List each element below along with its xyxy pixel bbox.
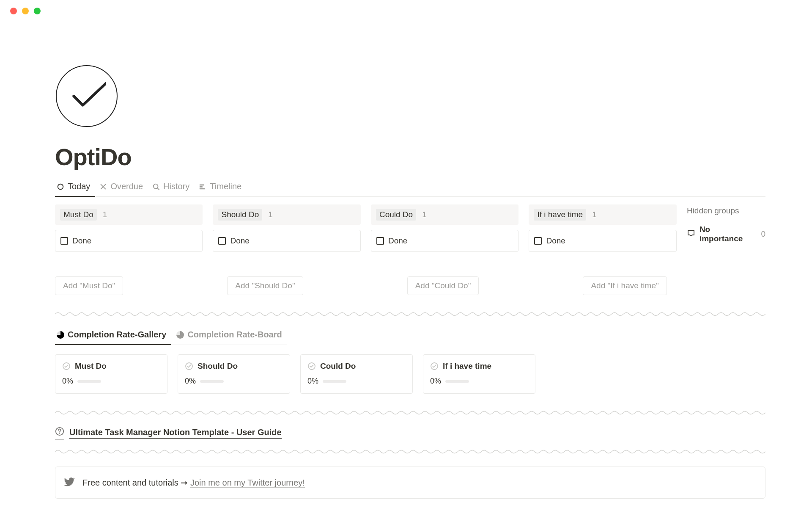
task-title: Done bbox=[546, 236, 565, 246]
task-title: Done bbox=[388, 236, 407, 246]
column-tag: If i have time bbox=[534, 209, 586, 221]
tab-overdue[interactable]: Overdue bbox=[98, 178, 148, 196]
gallery-card[interactable]: If i have time 0% bbox=[423, 354, 535, 394]
column-header[interactable]: Could Do 1 bbox=[371, 204, 518, 225]
svg-rect-4 bbox=[200, 188, 205, 189]
hidden-group-count: 0 bbox=[761, 229, 765, 239]
column-if-i-have-time: If i have time 1 Done bbox=[529, 204, 676, 252]
tab-label: Today bbox=[68, 182, 90, 191]
pie-chart-icon bbox=[176, 331, 184, 339]
task-card[interactable]: Done bbox=[213, 230, 360, 252]
minimize-window-icon[interactable] bbox=[22, 8, 29, 14]
maximize-window-icon[interactable] bbox=[34, 8, 41, 14]
add-must-do-button[interactable]: Add "Must Do" bbox=[55, 276, 123, 295]
tab-completion-board[interactable]: Completion Rate-Board bbox=[175, 328, 287, 345]
task-card[interactable]: Done bbox=[529, 230, 676, 252]
completion-gallery: Must Do 0% Should Do 0% bbox=[55, 354, 765, 394]
twitter-icon bbox=[64, 476, 75, 489]
task-card[interactable]: Done bbox=[55, 230, 203, 252]
progress-bar bbox=[323, 380, 346, 383]
column-count: 1 bbox=[422, 210, 427, 219]
hidden-groups-title: Hidden groups bbox=[687, 206, 765, 215]
page-title: OptiDo bbox=[55, 143, 765, 171]
check-circle-icon bbox=[430, 362, 439, 370]
user-guide-link[interactable]: Ultimate Task Manager Notion Template - … bbox=[55, 427, 765, 439]
checkbox-icon[interactable] bbox=[60, 237, 68, 245]
timeline-icon bbox=[199, 183, 206, 190]
progress-percent: 0% bbox=[62, 377, 73, 386]
progress-bar bbox=[445, 380, 469, 383]
help-icon bbox=[55, 427, 64, 439]
hidden-group-item[interactable]: No importance 0 bbox=[687, 225, 765, 243]
gallery-card[interactable]: Should Do 0% bbox=[178, 354, 290, 394]
checkbox-icon[interactable] bbox=[534, 237, 542, 245]
progress-bar bbox=[200, 380, 224, 383]
twitter-text: Free content and tutorials ➞ Join me on … bbox=[82, 478, 305, 488]
completion-views: Completion Rate-Gallery Completion Rate-… bbox=[55, 328, 287, 345]
gallery-card[interactable]: Must Do 0% bbox=[55, 354, 167, 394]
svg-rect-3 bbox=[200, 186, 203, 188]
column-could-do: Could Do 1 Done bbox=[371, 204, 518, 252]
progress-percent: 0% bbox=[430, 377, 441, 386]
wavy-divider bbox=[55, 410, 765, 416]
column-should-do: Should Do 1 Done bbox=[213, 204, 360, 252]
svg-point-10 bbox=[59, 433, 60, 434]
hidden-group-label: No importance bbox=[700, 225, 754, 243]
check-circle-icon bbox=[185, 362, 193, 370]
page-logo bbox=[56, 65, 118, 127]
board: Must Do 1 Done Should Do 1 Done Could Do… bbox=[55, 204, 765, 252]
column-must-do: Must Do 1 Done bbox=[55, 204, 203, 252]
wavy-divider bbox=[55, 449, 765, 455]
checkbox-icon[interactable] bbox=[218, 237, 226, 245]
progress-percent: 0% bbox=[307, 377, 318, 386]
tab-label: Completion Rate-Gallery bbox=[68, 330, 166, 340]
column-count: 1 bbox=[592, 210, 597, 219]
svg-point-1 bbox=[154, 184, 158, 188]
search-icon bbox=[152, 183, 160, 190]
tab-today[interactable]: Today bbox=[55, 178, 95, 196]
x-icon bbox=[99, 183, 107, 190]
twitter-card[interactable]: Free content and tutorials ➞ Join me on … bbox=[55, 467, 765, 499]
add-buttons-row: Add "Must Do" Add "Should Do" Add "Could… bbox=[55, 276, 765, 295]
gallery-card-title: If i have time bbox=[443, 362, 491, 371]
circle-icon bbox=[57, 183, 64, 190]
checkbox-icon[interactable] bbox=[376, 237, 384, 245]
column-header[interactable]: If i have time 1 bbox=[529, 204, 676, 225]
guide-title: Ultimate Task Manager Notion Template - … bbox=[69, 428, 282, 439]
tab-label: Overdue bbox=[110, 182, 143, 191]
hidden-groups: Hidden groups No importance 0 bbox=[687, 206, 765, 252]
tab-label: History bbox=[163, 182, 189, 191]
gallery-card[interactable]: Could Do 0% bbox=[300, 354, 413, 394]
task-card[interactable]: Done bbox=[371, 230, 518, 252]
column-header[interactable]: Should Do 1 bbox=[213, 204, 360, 225]
traffic-lights bbox=[0, 0, 812, 14]
svg-point-0 bbox=[58, 184, 63, 189]
add-if-i-have-time-button[interactable]: Add "If i have time" bbox=[583, 276, 667, 295]
inbox-icon bbox=[687, 229, 695, 240]
tab-completion-gallery[interactable]: Completion Rate-Gallery bbox=[55, 328, 171, 345]
gallery-card-title: Could Do bbox=[320, 362, 356, 371]
column-tag: Must Do bbox=[60, 209, 97, 221]
tab-label: Completion Rate-Board bbox=[187, 330, 282, 340]
progress-percent: 0% bbox=[185, 377, 196, 386]
column-count: 1 bbox=[103, 210, 107, 219]
add-should-do-button[interactable]: Add "Should Do" bbox=[227, 276, 303, 295]
twitter-prefix: Free content and tutorials ➞ bbox=[82, 478, 190, 487]
tab-timeline[interactable]: Timeline bbox=[197, 178, 247, 196]
tab-history[interactable]: History bbox=[151, 178, 195, 196]
add-could-do-button[interactable]: Add "Could Do" bbox=[407, 276, 479, 295]
column-header[interactable]: Must Do 1 bbox=[55, 204, 203, 225]
progress-bar bbox=[77, 380, 101, 383]
check-circle-icon bbox=[307, 362, 316, 370]
task-title: Done bbox=[230, 236, 249, 246]
twitter-link[interactable]: Join me on my Twitter journey! bbox=[190, 478, 305, 488]
column-tag: Should Do bbox=[218, 209, 262, 221]
column-tag: Could Do bbox=[376, 209, 416, 221]
view-tabs: Today Overdue History Timeline bbox=[55, 178, 765, 197]
column-count: 1 bbox=[268, 210, 273, 219]
pie-chart-icon bbox=[57, 331, 64, 339]
task-title: Done bbox=[72, 236, 91, 246]
close-window-icon[interactable] bbox=[10, 8, 17, 14]
gallery-card-title: Should Do bbox=[198, 362, 238, 371]
wavy-divider bbox=[55, 311, 765, 317]
